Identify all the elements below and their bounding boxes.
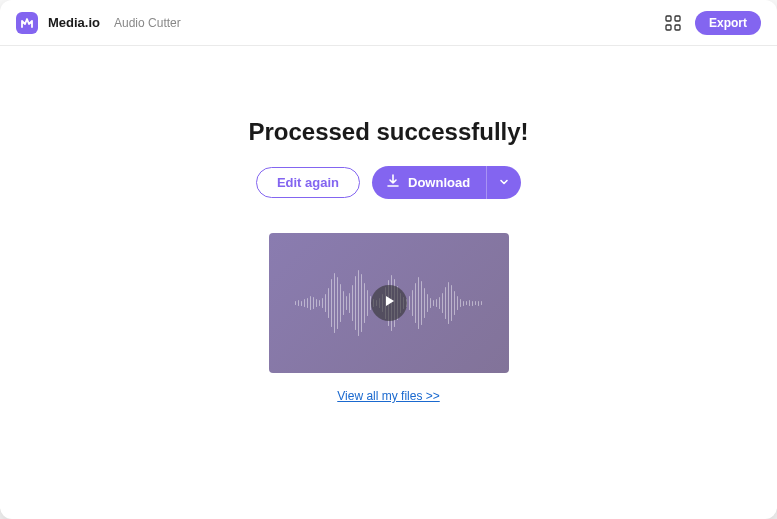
svg-rect-0 [666, 16, 671, 21]
app-window: Media.io Audio Cutter Export Processed s… [0, 0, 777, 519]
svg-rect-3 [675, 25, 680, 30]
apps-grid-icon[interactable] [663, 13, 683, 33]
brand-name: Media.io [48, 15, 100, 30]
success-title: Processed successfully! [248, 118, 528, 146]
svg-rect-1 [675, 16, 680, 21]
main-content: Processed successfully! Edit again Downl… [0, 46, 777, 519]
svg-rect-2 [666, 25, 671, 30]
play-icon [382, 294, 396, 312]
export-button[interactable]: Export [695, 11, 761, 35]
edit-again-button[interactable]: Edit again [256, 167, 360, 198]
play-button[interactable] [371, 285, 407, 321]
download-icon [386, 174, 400, 191]
download-dropdown-button[interactable] [486, 166, 521, 199]
download-button-group: Download [372, 166, 521, 199]
action-row: Edit again Download [256, 166, 521, 199]
header-right: Export [663, 11, 761, 35]
header-left: Media.io Audio Cutter [16, 12, 181, 34]
download-button[interactable]: Download [372, 166, 486, 199]
logo-icon [16, 12, 38, 34]
app-name: Audio Cutter [114, 16, 181, 30]
chevron-down-icon [499, 175, 509, 190]
header: Media.io Audio Cutter Export [0, 0, 777, 46]
audio-preview [269, 233, 509, 373]
download-label: Download [408, 175, 470, 190]
view-all-files-link[interactable]: View all my files >> [337, 389, 440, 403]
